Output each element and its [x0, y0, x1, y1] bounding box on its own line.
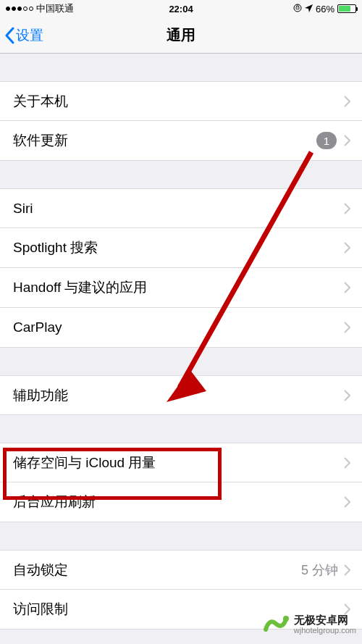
cell-label: Spotlight 搜索	[13, 238, 344, 257]
cell-label: Siri	[13, 201, 344, 217]
chevron-right-icon	[344, 457, 350, 469]
settings-section-3: 储存空间与 iCloud 用量 后台应用刷新	[0, 443, 362, 522]
cell-software-update[interactable]: 软件更新 1	[0, 121, 362, 161]
settings-section-0: 关于本机 软件更新 1	[0, 81, 362, 161]
svg-point-3	[283, 616, 289, 622]
watermark-url: wjhotelgroup.com	[294, 626, 356, 635]
cell-storage-icloud[interactable]: 储存空间与 iCloud 用量	[0, 443, 362, 482]
chevron-right-icon	[344, 564, 350, 576]
watermark-logo-icon	[262, 611, 290, 638]
cell-label: Handoff 与建议的应用	[13, 278, 344, 297]
cell-about[interactable]: 关于本机	[0, 81, 362, 121]
watermark-text: 无极安卓网 wjhotelgroup.com	[294, 614, 356, 635]
cell-label: 储存空间与 iCloud 用量	[13, 453, 344, 472]
page-title: 通用	[0, 25, 362, 45]
chevron-right-icon	[344, 496, 350, 508]
cell-label: CarPlay	[13, 319, 344, 335]
cell-siri[interactable]: Siri	[0, 188, 362, 228]
cell-label: 关于本机	[13, 92, 344, 111]
watermark: 无极安卓网 wjhotelgroup.com	[262, 611, 356, 638]
chevron-right-icon	[344, 242, 350, 254]
update-badge: 1	[316, 132, 337, 149]
cell-value: 5 分钟	[301, 561, 338, 579]
chevron-right-icon	[344, 203, 350, 214]
cell-label: 自动锁定	[13, 561, 301, 580]
chevron-right-icon	[344, 390, 350, 401]
cell-spotlight[interactable]: Spotlight 搜索	[0, 228, 362, 268]
cell-handoff[interactable]: Handoff 与建议的应用	[0, 268, 362, 308]
cell-label: 后台应用刷新	[13, 493, 344, 511]
settings-section-2: 辅助功能	[0, 375, 362, 415]
cell-background-refresh[interactable]: 后台应用刷新	[0, 482, 362, 522]
watermark-title: 无极安卓网	[294, 614, 356, 627]
settings-section-1: Siri Spotlight 搜索 Handoff 与建议的应用 CarPlay	[0, 188, 362, 348]
chevron-right-icon	[344, 322, 350, 333]
status-bar: 中国联通 22:04 66%	[0, 0, 362, 17]
status-time: 22:04	[0, 4, 362, 14]
chevron-left-icon	[4, 27, 14, 44]
nav-bar: 设置 通用	[0, 17, 362, 54]
back-label: 设置	[16, 26, 43, 45]
cell-accessibility[interactable]: 辅助功能	[0, 375, 362, 415]
chevron-right-icon	[344, 282, 350, 293]
chevron-right-icon	[344, 135, 350, 146]
cell-label: 辅助功能	[13, 386, 344, 405]
cell-auto-lock[interactable]: 自动锁定 5 分钟	[0, 550, 362, 590]
chevron-right-icon	[344, 96, 350, 107]
cell-carplay[interactable]: CarPlay	[0, 308, 362, 348]
cell-label: 软件更新	[13, 131, 316, 150]
back-button[interactable]: 设置	[0, 26, 43, 45]
battery-icon	[337, 4, 356, 13]
